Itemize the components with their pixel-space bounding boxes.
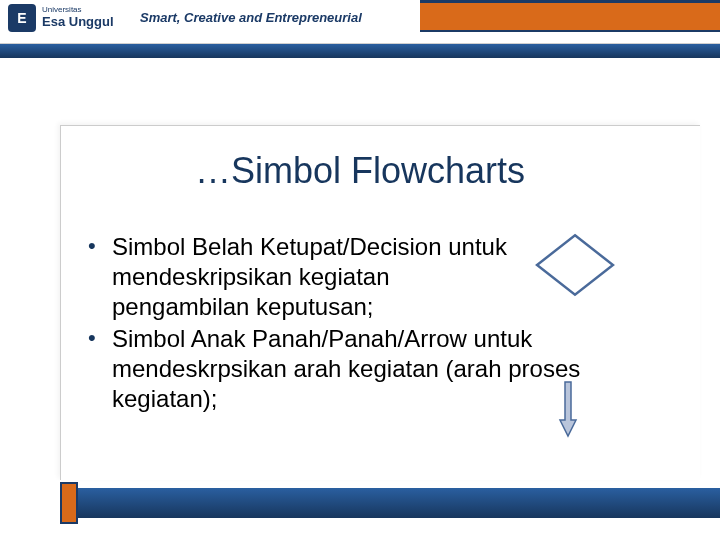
footer-blue-bar [60,488,720,518]
footer-orange-accent [60,482,78,524]
svg-marker-0 [537,235,613,294]
header-orange-strip [420,0,720,32]
bullet-text: Simbol Anak Panah/Panah/Arrow untuk mend… [112,325,580,412]
bullet-text: Simbol Belah Ketupat/Decision untuk mend… [112,232,522,322]
logo-name: Esa Unggul [42,15,114,29]
arrow-down-icon [558,380,578,438]
logo-text: Universitas Esa Unggul [42,6,114,29]
tagline: Smart, Creative and Entrepreneurial [140,10,362,25]
decision-diamond-icon [532,232,618,298]
page-title: …Simbol Flowcharts [0,150,720,192]
header-blue-bar [0,44,720,58]
logo-icon: E [8,4,36,32]
logo: E Universitas Esa Unggul [8,4,114,32]
